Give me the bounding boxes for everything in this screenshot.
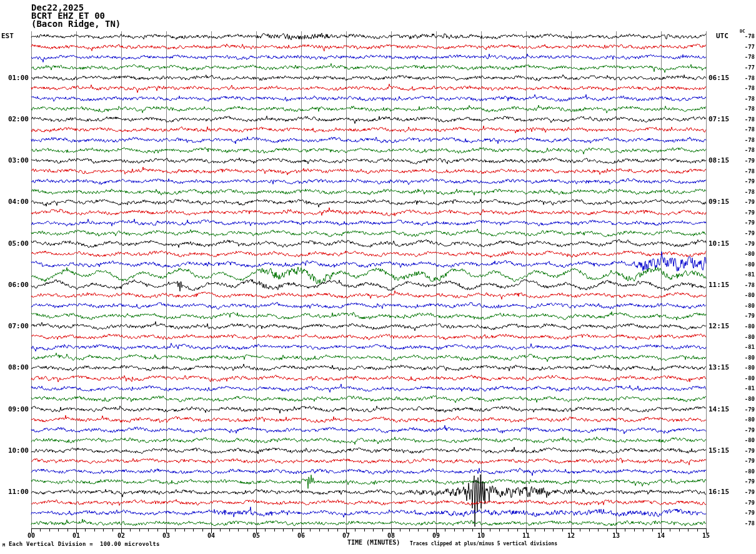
dc-value: -78 <box>736 54 755 60</box>
dc-value: -79 <box>736 478 755 485</box>
dc-value: -79 <box>736 489 755 495</box>
est-time-label: 10:00 <box>0 447 29 455</box>
dc-value: -80 <box>736 468 755 475</box>
dc-value: -79 <box>736 406 755 413</box>
x-tick-label: 15 <box>694 532 719 539</box>
dc-value: -80 <box>736 437 755 443</box>
dc-value: -80 <box>736 334 755 340</box>
est-time-label: 08:00 <box>0 364 29 371</box>
dc-value: -79 <box>736 230 755 236</box>
dc-value: -80 <box>736 355 755 361</box>
dc-value: -80 <box>736 365 755 371</box>
dc-value: -79 <box>736 510 755 516</box>
dc-value: -79 <box>736 313 755 319</box>
dc-value: -79 <box>736 458 755 464</box>
est-time-label: 07:00 <box>0 323 29 330</box>
dc-value: -78 <box>736 189 755 195</box>
x-tick-label: 11 <box>514 532 539 539</box>
est-header-label: EST <box>1 32 14 40</box>
dc-value: -80 <box>736 416 755 423</box>
dc-value: -80 <box>736 261 755 268</box>
dc-value: -79 <box>736 199 755 205</box>
dc-value: -78 <box>736 168 755 174</box>
x-tick-label: 14 <box>649 532 674 539</box>
dc-value: -80 <box>736 303 755 309</box>
seismogram-canvas <box>0 0 756 554</box>
dc-value: -80 <box>736 396 755 402</box>
x-tick-label: 06 <box>289 532 314 539</box>
dc-value: -80 <box>736 323 755 330</box>
x-tick-label: 10 <box>469 532 494 539</box>
x-tick-label: 01 <box>64 532 89 539</box>
x-tick-label: 09 <box>424 532 449 539</box>
dc-value: -77 <box>736 44 755 50</box>
dc-value: -80 <box>736 251 755 257</box>
x-tick-label: 12 <box>559 532 584 539</box>
est-time-label: 06:00 <box>0 281 29 289</box>
dc-value: -78 <box>736 137 755 143</box>
dc-value: -79 <box>736 448 755 454</box>
dc-value: -78 <box>736 33 755 39</box>
est-time-label: 05:00 <box>0 240 29 248</box>
helicorder-page: Dec22,2025 BCRT EHZ ET 00 (Bacon Ridge, … <box>0 0 756 554</box>
dc-value: -79 <box>736 241 755 247</box>
clip-note: Traces clipped at plus/minus 5 vertical … <box>410 541 557 546</box>
dc-value: -81 <box>736 271 755 278</box>
x-tick-label: 05 <box>244 532 269 539</box>
est-time-label: 11:00 <box>0 488 29 496</box>
title-location: (Bacon Ridge, TN) <box>31 20 121 28</box>
dc-value: -81 <box>736 344 755 350</box>
est-time-label: 02:00 <box>0 116 29 123</box>
est-time-label: 03:00 <box>0 157 29 164</box>
dc-value: -79 <box>736 178 755 184</box>
dc-value: -79 <box>736 427 755 433</box>
watermark-m: M <box>2 543 5 548</box>
scale-note: Each Vertical Division = 100.00 microvol… <box>9 541 160 547</box>
utc-header-label: UTC <box>716 32 729 40</box>
x-tick-label: 00 <box>19 532 44 539</box>
dc-value: -79 <box>736 209 755 216</box>
dc-value: -77 <box>736 64 755 71</box>
x-tick-label: 03 <box>154 532 179 539</box>
dc-value: -80 <box>736 292 755 298</box>
dc-value: -81 <box>736 385 755 391</box>
x-axis-title: TIME (MINUTES) <box>347 539 400 546</box>
dc-value: -78 <box>736 126 755 133</box>
est-time-label: 01:00 <box>0 74 29 82</box>
x-tick-label: 07 <box>334 532 359 539</box>
dc-value: -80 <box>736 375 755 381</box>
x-tick-label: 04 <box>199 532 224 539</box>
x-tick-label: 02 <box>109 532 134 539</box>
dc-value: -79 <box>736 219 755 226</box>
dc-value: -78 <box>736 85 755 91</box>
x-tick-label: 13 <box>604 532 629 539</box>
dc-value: -78 <box>736 96 755 102</box>
x-tick-label: 08 <box>379 532 404 539</box>
dc-value: -78 <box>736 116 755 123</box>
dc-value: -78 <box>736 520 755 526</box>
dc-value: -78 <box>736 282 755 288</box>
dc-value: -78 <box>736 106 755 112</box>
dc-value: -79 <box>736 158 755 164</box>
dc-value: -78 <box>736 147 755 153</box>
dc-value: -78 <box>736 75 755 81</box>
est-time-label: 04:00 <box>0 198 29 206</box>
dc-value: -79 <box>736 500 755 506</box>
est-time-label: 09:00 <box>0 406 29 413</box>
